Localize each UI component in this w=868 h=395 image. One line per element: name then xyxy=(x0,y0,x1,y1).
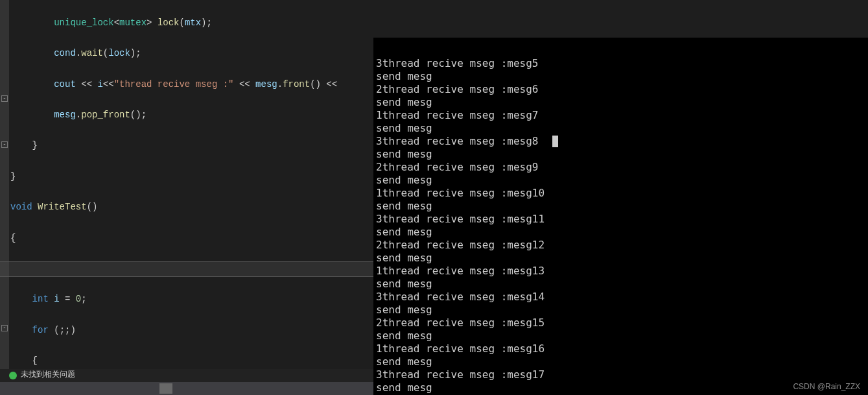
console-line: 1thread recive mseg :mesg10 xyxy=(376,187,558,200)
console-line: send mesg xyxy=(376,226,558,239)
console-line: send mesg xyxy=(376,148,558,161)
console-line: 3thread recive mseg :mesg14 xyxy=(376,291,558,304)
fold-toggle[interactable]: - xyxy=(1,325,8,331)
console-line: send mesg xyxy=(376,252,558,265)
status-text: 未找到相关问题 xyxy=(21,368,75,383)
code-content[interactable]: unique_lock<mutex> lock(mtx); cond.wait(… xyxy=(10,0,337,395)
console-line: send mesg xyxy=(376,174,558,187)
console-line: 3thread recive mseg :mesg11 xyxy=(376,213,558,226)
console-line: send mesg xyxy=(376,329,558,342)
status-ok-icon xyxy=(9,372,17,379)
console-line: send mesg xyxy=(376,200,558,213)
console-line: 3thread recive mseg :mesg17 xyxy=(376,368,558,381)
console-line: 2thread recive mseg :mesg6 xyxy=(376,83,558,96)
fold-toggle[interactable]: - xyxy=(1,141,8,148)
horizontal-scrollbar[interactable] xyxy=(0,382,373,395)
fold-toggle[interactable]: - xyxy=(1,95,8,102)
console-line: 2thread recive mseg :mesg9 xyxy=(376,161,558,174)
console-line: send mesg xyxy=(376,122,558,135)
console-line: 1thread recive mseg :mesg7 xyxy=(376,109,558,122)
console-line: send mesg xyxy=(376,355,558,368)
watermark: CSDN @Rain_ZZX xyxy=(793,382,860,391)
console-cursor xyxy=(552,136,558,147)
console-line: 3thread recive mseg :mesg8 xyxy=(376,135,558,148)
console-window[interactable]: 3thread recive mseg :mesg5send mesg2thre… xyxy=(373,38,868,395)
console-line: 1thread recive mseg :mesg16 xyxy=(376,342,558,355)
console-line: send mesg xyxy=(376,304,558,317)
console-output[interactable]: 3thread recive mseg :mesg5send mesg2thre… xyxy=(373,57,561,394)
code-editor[interactable]: - - - unique_lock<mutex> lock(mtx); cond… xyxy=(0,0,373,395)
console-line: 2thread recive mseg :mesg15 xyxy=(376,317,558,329)
console-line: 3thread recive mseg :mesg5 xyxy=(376,57,558,70)
console-line: send mesg xyxy=(376,278,558,291)
console-line: send mesg xyxy=(376,70,558,83)
console-line: 1thread recive mseg :mesg13 xyxy=(376,265,558,278)
scroll-thumb[interactable] xyxy=(159,383,172,394)
status-bar: 未找到相关问题 xyxy=(0,369,373,382)
editor-gutter: - - - xyxy=(0,0,9,395)
console-line: send mesg xyxy=(376,96,558,109)
console-line: 2thread recive mseg :mesg12 xyxy=(376,239,558,252)
console-line: send mesg xyxy=(376,381,558,394)
